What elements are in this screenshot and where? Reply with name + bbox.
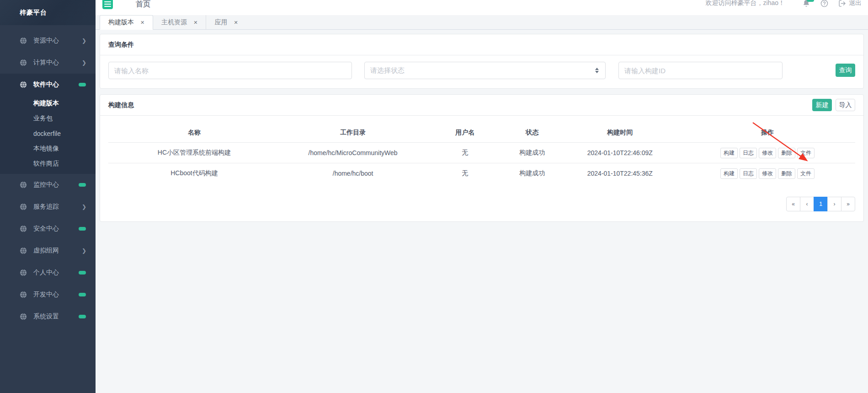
tab-host-resources[interactable]: 主机资源 ✕ [153, 15, 206, 30]
globe-icon [20, 59, 27, 66]
build-table-wrap: 名称 工作目录 用户名 状态 构建时间 操作 HC小区管理系统前端构建 /hom… [100, 125, 863, 221]
col-workdir: 工作目录 [280, 125, 426, 143]
globe-icon [20, 291, 27, 298]
query-card-header: 查询条件 [100, 34, 863, 55]
header-actions: 欢迎访问梓豪平台，zihao！ 0 退出 [706, 0, 862, 7]
pagination-first-button[interactable]: « [786, 197, 800, 211]
sidebar-item-computing-center[interactable]: 计算中心 ❯ [0, 52, 96, 74]
delete-action-button[interactable]: 删除 [778, 148, 795, 158]
sidebar-item-label: 监控中心 [33, 181, 59, 189]
tab-build-version[interactable]: 构建版本 ✕ [100, 15, 153, 30]
app-logo-text: 梓豪平台 [20, 9, 47, 17]
chevron-right-icon: ❯ [82, 59, 86, 66]
sidebar-item-virtual-network[interactable]: 虚拟组网 ❯ [0, 240, 96, 262]
globe-icon [20, 181, 27, 188]
sidebar-item-development-center[interactable]: 开发中心 [0, 284, 96, 306]
sidebar-item-system-settings[interactable]: 系统设置 [0, 306, 96, 328]
globe-icon [20, 225, 27, 232]
modify-action-button[interactable]: 修改 [759, 148, 776, 158]
build-action-button[interactable]: 构建 [720, 148, 738, 158]
cell-workdir: /home/hc/MicroCommunityWeb [280, 143, 426, 163]
search-button[interactable]: 查询 [836, 64, 855, 77]
sidebar-item-resource-center[interactable]: 资源中心 ❯ [0, 30, 96, 52]
build-id-input[interactable] [618, 62, 783, 79]
row-actions: 构建 日志 修改 删除 文件 [680, 168, 855, 179]
cell-build-time: 2024-01-10T22:45:36Z [560, 163, 680, 184]
green-indicator-badge [79, 315, 86, 318]
table-row: HC小区管理系统前端构建 /home/hc/MicroCommunityWeb … [108, 143, 855, 163]
green-indicator-badge [79, 227, 86, 231]
notification-bell-button[interactable]: 0 [802, 0, 810, 7]
file-action-button[interactable]: 文件 [797, 168, 815, 179]
sidebar-subitem-build-version[interactable]: 构建版本 [0, 96, 96, 111]
page-content: 查询条件 请选择状态 查询 构建信息 新建 导入 [96, 30, 868, 393]
sidebar-item-label: 个人中心 [33, 269, 59, 277]
sidebar-item-service-tracking[interactable]: 服务追踪 ❯ [0, 196, 96, 218]
sidebar: 梓豪平台 资源中心 ❯ 计算中心 ❯ 软件中心 构建版本 业务包 dockerf… [0, 0, 96, 393]
cell-status: 构建成功 [504, 143, 560, 163]
globe-icon [20, 313, 27, 320]
sidebar-item-monitoring-center[interactable]: 监控中心 [0, 174, 96, 196]
sidebar-subitem-dockerfile[interactable]: dockerfile [0, 126, 96, 141]
green-indicator-badge [79, 271, 86, 275]
file-action-button[interactable]: 文件 [797, 148, 815, 158]
sidebar-item-security-center[interactable]: 安全中心 [0, 218, 96, 240]
log-action-button[interactable]: 日志 [740, 148, 757, 158]
globe-icon [20, 247, 27, 254]
query-card-title: 查询条件 [108, 41, 134, 49]
breadcrumb-home[interactable]: 首页 [136, 0, 150, 9]
sidebar-item-label: 软件中心 [33, 81, 59, 89]
cell-username: 无 [426, 143, 504, 163]
pagination-next-button[interactable]: › [827, 197, 841, 211]
pagination-prev-button[interactable]: ‹ [800, 197, 814, 211]
pagination-page-1-button[interactable]: 1 [814, 197, 828, 211]
globe-icon [20, 203, 27, 210]
sidebar-item-software-center[interactable]: 软件中心 [0, 74, 96, 96]
green-indicator-badge [79, 83, 86, 86]
modify-action-button[interactable]: 修改 [759, 168, 776, 179]
name-input[interactable] [108, 62, 352, 79]
build-action-button[interactable]: 构建 [720, 168, 738, 179]
question-circle-icon [820, 0, 828, 7]
sidebar-item-label: 虚拟组网 [33, 247, 59, 255]
sidebar-section-software-center: 软件中心 构建版本 业务包 dockerfile 本地镜像 软件商店 [0, 74, 96, 174]
sidebar-item-label: 开发中心 [33, 291, 59, 299]
close-tab-icon[interactable]: ✕ [234, 20, 238, 26]
chevron-right-icon: ❯ [82, 248, 86, 254]
notification-count-badge: 0 [807, 0, 814, 2]
hamburger-menu-button[interactable] [102, 0, 113, 9]
cell-workdir: /home/hc/boot [280, 163, 426, 184]
col-operations: 操作 [680, 125, 855, 143]
build-info-title: 构建信息 [108, 101, 134, 109]
build-info-header: 构建信息 新建 导入 [100, 95, 863, 116]
sidebar-subitem-software-store[interactable]: 软件商店 [0, 156, 96, 171]
sidebar-subitem-local-image[interactable]: 本地镜像 [0, 141, 96, 156]
pagination-last-button[interactable]: » [841, 197, 855, 211]
help-button[interactable] [820, 0, 828, 7]
cell-username: 无 [426, 163, 504, 184]
delete-action-button[interactable]: 删除 [778, 168, 795, 179]
close-tab-icon[interactable]: ✕ [140, 20, 144, 26]
chevron-right-icon: ❯ [82, 204, 86, 210]
status-select[interactable]: 请选择状态 [364, 62, 606, 79]
sidebar-item-label: 安全中心 [33, 225, 59, 233]
chevron-right-icon: ❯ [82, 38, 86, 44]
new-build-button[interactable]: 新建 [812, 99, 832, 111]
sidebar-subitem-business-package[interactable]: 业务包 [0, 111, 96, 126]
import-button[interactable]: 导入 [836, 99, 855, 111]
globe-icon [20, 269, 27, 276]
table-row: HCboot代码构建 /home/hc/boot 无 构建成功 2024-01-… [108, 163, 855, 184]
logout-label: 退出 [849, 0, 862, 7]
pagination: « ‹ 1 › » [108, 184, 855, 221]
sidebar-item-personal-center[interactable]: 个人中心 [0, 262, 96, 284]
close-tab-icon[interactable]: ✕ [193, 20, 197, 26]
tab-application[interactable]: 应用 ✕ [206, 15, 246, 30]
log-action-button[interactable]: 日志 [740, 168, 757, 179]
query-conditions-card: 查询条件 请选择状态 查询 [100, 34, 864, 89]
col-status: 状态 [504, 125, 560, 143]
app-logo: 梓豪平台 [0, 0, 96, 25]
status-select-placeholder: 请选择状态 [370, 66, 405, 75]
logout-button[interactable]: 退出 [838, 0, 862, 7]
tab-label: 构建版本 [108, 18, 134, 27]
cell-status: 构建成功 [504, 163, 560, 184]
